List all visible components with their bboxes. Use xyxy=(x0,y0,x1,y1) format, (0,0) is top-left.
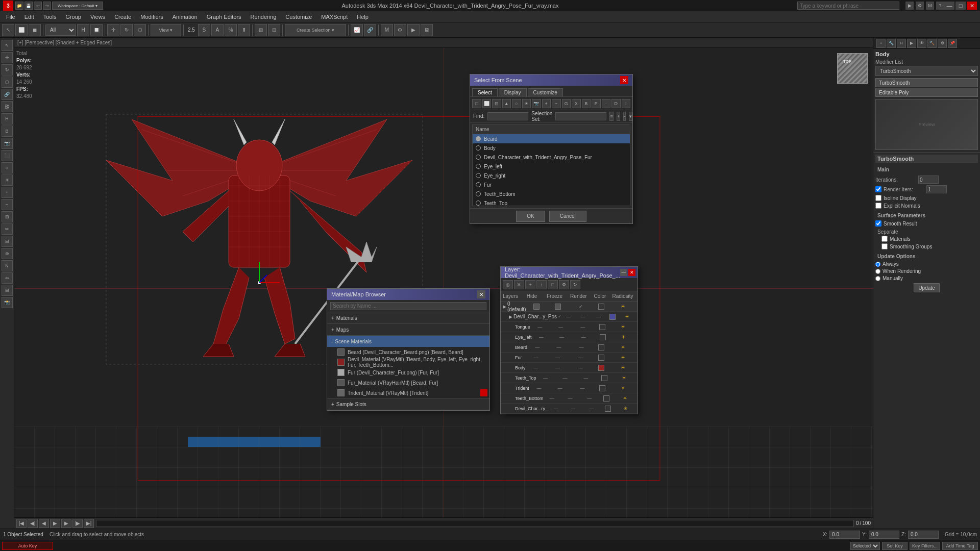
menu-file[interactable]: File xyxy=(2,13,19,21)
sd-shapes-btn[interactable]: ○ xyxy=(512,99,521,108)
select-by-name-btn[interactable]: H xyxy=(77,24,89,36)
lt-paint[interactable]: ✏ xyxy=(2,223,13,235)
layer-row-sub-2[interactable]: Beard — — — ☀ xyxy=(501,342,638,353)
sel-set-input[interactable] xyxy=(555,112,606,120)
add-time-tag-btn[interactable]: Add Time Tag xyxy=(942,542,978,550)
close-btn[interactable]: ✕ xyxy=(967,2,977,10)
named-sel-dropdown[interactable]: Create Selection ▾ xyxy=(285,24,346,36)
material-trident-item[interactable]: Trident_Material (VRayMtl) [Trident] xyxy=(327,388,489,398)
spinner-snap-btn[interactable]: ⬆ xyxy=(238,24,250,36)
set-key-btn[interactable]: Set Key xyxy=(882,542,908,550)
layer-row-sub-7[interactable]: Teeth_Bottom — — — ☀ xyxy=(501,393,638,404)
select-list-item-3[interactable]: Eye_left xyxy=(473,162,630,171)
turbosm-entry[interactable]: TurboSmooth xyxy=(875,78,978,87)
sd-bones-btn[interactable]: B xyxy=(582,99,591,108)
material-editor-btn[interactable]: M xyxy=(381,24,393,36)
layer-panel-close[interactable]: ✕ xyxy=(628,269,635,276)
selected-dropdown[interactable]: Selected xyxy=(850,542,880,550)
customize-tab[interactable]: Customize xyxy=(528,88,563,96)
select-list-item-1[interactable]: Body xyxy=(473,143,630,153)
layer-row-sub-4[interactable]: Body — — — ☀ xyxy=(501,363,638,373)
lt-geometry[interactable]: ⬛ xyxy=(2,150,13,161)
lt-snapshot[interactable]: 📸 xyxy=(2,297,13,308)
layer-row-sub-0[interactable]: Tongue — — — ☀ xyxy=(501,322,638,332)
auto-key-btn[interactable]: Auto Key xyxy=(2,542,53,550)
lt-unlink[interactable]: ⛓ xyxy=(2,101,13,112)
manually-radio[interactable] xyxy=(875,276,880,281)
sd-sel-icons[interactable]: ≡ xyxy=(609,112,613,121)
timeline-track[interactable] xyxy=(96,520,854,527)
color-box-sub-2[interactable] xyxy=(598,344,604,350)
lt-sets[interactable]: ⊞ xyxy=(2,211,13,222)
menu-create[interactable]: Create xyxy=(110,13,135,21)
lt-scale[interactable]: ⬡ xyxy=(2,77,13,88)
sd-particle-btn[interactable]: P xyxy=(592,99,601,108)
utilities-panel-icon[interactable]: 🔨 xyxy=(927,39,937,48)
render-iters-checkbox[interactable] xyxy=(875,186,881,192)
nav-cube[interactable]: TOP xyxy=(837,53,868,84)
lp-move-icon[interactable]: ↑ xyxy=(536,280,547,289)
render-iters-input[interactable] xyxy=(926,185,947,193)
isoline-checkbox[interactable] xyxy=(875,195,881,201)
rotate-btn[interactable]: ↻ xyxy=(120,24,133,36)
scene-materials-header[interactable]: - Scene Materials xyxy=(327,336,489,347)
select-list-item-2[interactable]: Devil_Character_with_Trident_Angry_Pose_… xyxy=(473,153,630,162)
sd-space-warps-btn[interactable]: ~ xyxy=(552,99,561,108)
render-setup-btn[interactable]: ⚙ xyxy=(394,24,406,36)
redo-icon[interactable]: ↪ xyxy=(43,2,51,10)
color-box-sub-0[interactable] xyxy=(599,324,605,330)
sd-display-btn[interactable]: D xyxy=(611,99,621,108)
save-icon[interactable]: 💾 xyxy=(24,2,33,10)
color-box-devil[interactable] xyxy=(609,314,616,320)
freeze-box-default[interactable] xyxy=(555,304,561,310)
undo-icon[interactable]: ↩ xyxy=(34,2,42,10)
sd-sel-add[interactable]: + xyxy=(617,112,620,121)
search-input[interactable] xyxy=(797,2,899,10)
materials-checkbox[interactable] xyxy=(881,236,888,242)
lt-mirror[interactable]: ⊟ xyxy=(2,236,13,247)
color-box-sub-4[interactable] xyxy=(598,365,604,371)
material-browser-close[interactable]: ✕ xyxy=(477,290,485,298)
color-box-sub-8[interactable] xyxy=(605,406,611,412)
lp-settings-icon[interactable]: ⚙ xyxy=(559,280,569,289)
select-list-item-6[interactable]: Teeth_Bottom xyxy=(473,189,630,198)
track-jump-start[interactable]: |◀ xyxy=(16,519,27,528)
track-prev-key[interactable]: ◀| xyxy=(28,519,38,528)
lt-helpers[interactable]: + xyxy=(2,187,13,198)
lp-delete-icon[interactable]: ✕ xyxy=(514,280,524,289)
color-box-sub-1[interactable] xyxy=(600,334,606,340)
render-settings-icon[interactable]: ⚙ xyxy=(916,2,924,10)
material-browser-search-input[interactable] xyxy=(330,302,486,310)
mirror-btn[interactable]: ⊞ xyxy=(255,24,267,36)
layer-row-sub-1[interactable]: Eye_left — — — ☀ xyxy=(501,332,638,342)
update-btn[interactable]: Update xyxy=(914,283,939,292)
lp-select-icon[interactable]: □ xyxy=(548,280,558,289)
menu-animation[interactable]: Animation xyxy=(168,13,202,21)
hide-box-default[interactable] xyxy=(533,304,540,310)
sd-lights-btn[interactable]: ☀ xyxy=(522,99,531,108)
render-btn[interactable]: ▶ xyxy=(407,24,420,36)
material-fur-mat-item[interactable]: Fur_Material (VRayHairMtl) [Beard, Fur] xyxy=(327,378,489,388)
lt-select[interactable]: ↖ xyxy=(2,40,13,51)
display-tab[interactable]: Display xyxy=(499,88,527,96)
sd-all-btn[interactable]: □ xyxy=(472,99,481,108)
track-next-frame[interactable]: ▶ xyxy=(61,519,71,528)
maps-section-header[interactable]: + Maps xyxy=(327,324,489,335)
material-fur-item[interactable]: Fur (Devil_Character_Fur.png) [Fur, Fur] xyxy=(327,367,489,378)
minimize-btn[interactable]: — xyxy=(944,2,954,10)
lp-add-icon[interactable]: + xyxy=(525,280,535,289)
track-prev-frame[interactable]: ◀ xyxy=(39,519,49,528)
lt-align[interactable]: ⊜ xyxy=(2,248,13,259)
layer-row-sub-5[interactable]: Teeth_Top — — — ☀ xyxy=(501,373,638,383)
track-play[interactable]: ▶ xyxy=(50,519,60,528)
select-list-item-7[interactable]: Teeth_Top xyxy=(473,198,630,206)
select-list-item-4[interactable]: Eye_right xyxy=(473,171,630,180)
menu-group[interactable]: Group xyxy=(61,13,85,21)
lt-link[interactable]: 🔗 xyxy=(2,89,13,100)
menu-maxscript[interactable]: MAXScript xyxy=(317,13,352,21)
workspace-dropdown[interactable]: Workspace : Default ▾ xyxy=(52,2,103,10)
material-editor-icon[interactable]: M xyxy=(926,2,934,10)
color-box-default[interactable] xyxy=(598,304,604,310)
lp-refresh-icon[interactable]: ↻ xyxy=(570,280,580,289)
key-filters-btn[interactable]: Key Filters... xyxy=(910,542,940,550)
